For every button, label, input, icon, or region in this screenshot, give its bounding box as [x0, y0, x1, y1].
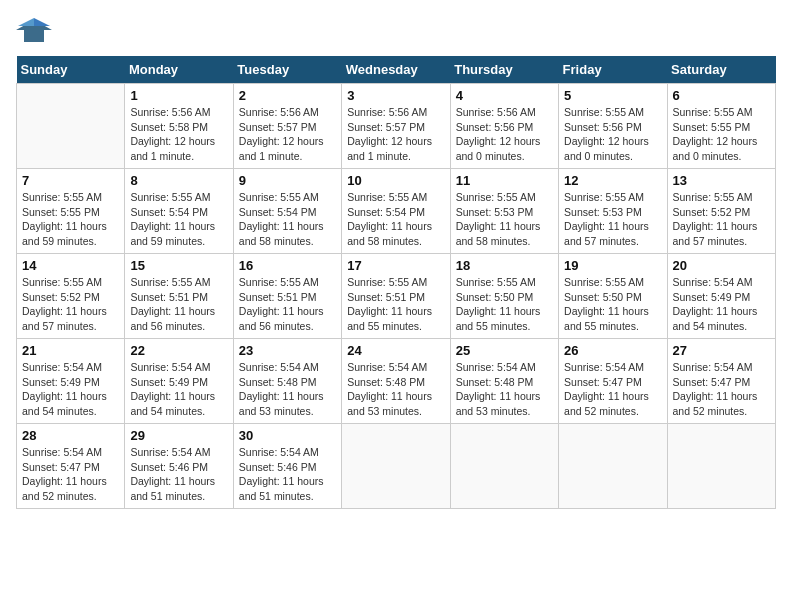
day-number: 26 [564, 343, 661, 358]
day-number: 14 [22, 258, 119, 273]
calendar-cell: 7Sunrise: 5:55 AM Sunset: 5:55 PM Daylig… [17, 169, 125, 254]
day-info: Sunrise: 5:55 AM Sunset: 5:50 PM Dayligh… [564, 275, 661, 334]
day-info: Sunrise: 5:55 AM Sunset: 5:56 PM Dayligh… [564, 105, 661, 164]
day-info: Sunrise: 5:54 AM Sunset: 5:47 PM Dayligh… [564, 360, 661, 419]
calendar-cell: 10Sunrise: 5:55 AM Sunset: 5:54 PM Dayli… [342, 169, 450, 254]
calendar-cell: 21Sunrise: 5:54 AM Sunset: 5:49 PM Dayli… [17, 339, 125, 424]
day-number: 15 [130, 258, 227, 273]
day-info: Sunrise: 5:54 AM Sunset: 5:47 PM Dayligh… [673, 360, 770, 419]
logo-icon [16, 16, 52, 46]
calendar-cell: 29Sunrise: 5:54 AM Sunset: 5:46 PM Dayli… [125, 424, 233, 509]
day-info: Sunrise: 5:55 AM Sunset: 5:51 PM Dayligh… [130, 275, 227, 334]
calendar-cell: 25Sunrise: 5:54 AM Sunset: 5:48 PM Dayli… [450, 339, 558, 424]
day-info: Sunrise: 5:55 AM Sunset: 5:52 PM Dayligh… [673, 190, 770, 249]
day-number: 11 [456, 173, 553, 188]
day-number: 9 [239, 173, 336, 188]
day-info: Sunrise: 5:55 AM Sunset: 5:52 PM Dayligh… [22, 275, 119, 334]
day-info: Sunrise: 5:55 AM Sunset: 5:55 PM Dayligh… [673, 105, 770, 164]
day-number: 20 [673, 258, 770, 273]
calendar-cell: 28Sunrise: 5:54 AM Sunset: 5:47 PM Dayli… [17, 424, 125, 509]
day-info: Sunrise: 5:55 AM Sunset: 5:50 PM Dayligh… [456, 275, 553, 334]
calendar-cell: 16Sunrise: 5:55 AM Sunset: 5:51 PM Dayli… [233, 254, 341, 339]
day-number: 1 [130, 88, 227, 103]
calendar-cell: 20Sunrise: 5:54 AM Sunset: 5:49 PM Dayli… [667, 254, 775, 339]
calendar-cell: 11Sunrise: 5:55 AM Sunset: 5:53 PM Dayli… [450, 169, 558, 254]
day-number: 12 [564, 173, 661, 188]
day-number: 16 [239, 258, 336, 273]
calendar-week-row: 28Sunrise: 5:54 AM Sunset: 5:47 PM Dayli… [17, 424, 776, 509]
weekday-header-row: SundayMondayTuesdayWednesdayThursdayFrid… [17, 56, 776, 84]
calendar-cell: 24Sunrise: 5:54 AM Sunset: 5:48 PM Dayli… [342, 339, 450, 424]
day-info: Sunrise: 5:56 AM Sunset: 5:57 PM Dayligh… [239, 105, 336, 164]
day-info: Sunrise: 5:55 AM Sunset: 5:53 PM Dayligh… [456, 190, 553, 249]
day-info: Sunrise: 5:55 AM Sunset: 5:53 PM Dayligh… [564, 190, 661, 249]
day-info: Sunrise: 5:55 AM Sunset: 5:55 PM Dayligh… [22, 190, 119, 249]
day-number: 17 [347, 258, 444, 273]
day-number: 19 [564, 258, 661, 273]
calendar-cell: 27Sunrise: 5:54 AM Sunset: 5:47 PM Dayli… [667, 339, 775, 424]
day-number: 13 [673, 173, 770, 188]
calendar-cell: 17Sunrise: 5:55 AM Sunset: 5:51 PM Dayli… [342, 254, 450, 339]
calendar-cell: 18Sunrise: 5:55 AM Sunset: 5:50 PM Dayli… [450, 254, 558, 339]
day-info: Sunrise: 5:54 AM Sunset: 5:46 PM Dayligh… [239, 445, 336, 504]
weekday-header-sunday: Sunday [17, 56, 125, 84]
weekday-header-tuesday: Tuesday [233, 56, 341, 84]
calendar-body: 1Sunrise: 5:56 AM Sunset: 5:58 PM Daylig… [17, 84, 776, 509]
calendar-cell: 3Sunrise: 5:56 AM Sunset: 5:57 PM Daylig… [342, 84, 450, 169]
day-number: 22 [130, 343, 227, 358]
weekday-header-wednesday: Wednesday [342, 56, 450, 84]
svg-marker-2 [18, 18, 34, 26]
calendar-table: SundayMondayTuesdayWednesdayThursdayFrid… [16, 56, 776, 509]
calendar-week-row: 14Sunrise: 5:55 AM Sunset: 5:52 PM Dayli… [17, 254, 776, 339]
day-number: 7 [22, 173, 119, 188]
day-number: 6 [673, 88, 770, 103]
calendar-cell: 8Sunrise: 5:55 AM Sunset: 5:54 PM Daylig… [125, 169, 233, 254]
day-number: 23 [239, 343, 336, 358]
calendar-cell: 1Sunrise: 5:56 AM Sunset: 5:58 PM Daylig… [125, 84, 233, 169]
day-number: 18 [456, 258, 553, 273]
calendar-week-row: 7Sunrise: 5:55 AM Sunset: 5:55 PM Daylig… [17, 169, 776, 254]
svg-marker-1 [34, 18, 50, 26]
day-info: Sunrise: 5:55 AM Sunset: 5:51 PM Dayligh… [347, 275, 444, 334]
calendar-cell [450, 424, 558, 509]
calendar-cell: 4Sunrise: 5:56 AM Sunset: 5:56 PM Daylig… [450, 84, 558, 169]
day-info: Sunrise: 5:56 AM Sunset: 5:56 PM Dayligh… [456, 105, 553, 164]
calendar-week-row: 21Sunrise: 5:54 AM Sunset: 5:49 PM Dayli… [17, 339, 776, 424]
day-number: 5 [564, 88, 661, 103]
day-info: Sunrise: 5:54 AM Sunset: 5:48 PM Dayligh… [347, 360, 444, 419]
weekday-header-friday: Friday [559, 56, 667, 84]
calendar-cell: 2Sunrise: 5:56 AM Sunset: 5:57 PM Daylig… [233, 84, 341, 169]
day-info: Sunrise: 5:55 AM Sunset: 5:54 PM Dayligh… [347, 190, 444, 249]
day-number: 29 [130, 428, 227, 443]
day-number: 4 [456, 88, 553, 103]
day-info: Sunrise: 5:54 AM Sunset: 5:48 PM Dayligh… [456, 360, 553, 419]
calendar-cell: 5Sunrise: 5:55 AM Sunset: 5:56 PM Daylig… [559, 84, 667, 169]
day-number: 25 [456, 343, 553, 358]
header [16, 16, 776, 46]
day-number: 21 [22, 343, 119, 358]
calendar-cell [342, 424, 450, 509]
calendar-header: SundayMondayTuesdayWednesdayThursdayFrid… [17, 56, 776, 84]
calendar-cell: 19Sunrise: 5:55 AM Sunset: 5:50 PM Dayli… [559, 254, 667, 339]
day-info: Sunrise: 5:56 AM Sunset: 5:58 PM Dayligh… [130, 105, 227, 164]
calendar-cell: 23Sunrise: 5:54 AM Sunset: 5:48 PM Dayli… [233, 339, 341, 424]
day-info: Sunrise: 5:56 AM Sunset: 5:57 PM Dayligh… [347, 105, 444, 164]
day-info: Sunrise: 5:54 AM Sunset: 5:49 PM Dayligh… [673, 275, 770, 334]
calendar-cell [559, 424, 667, 509]
calendar-cell: 6Sunrise: 5:55 AM Sunset: 5:55 PM Daylig… [667, 84, 775, 169]
day-number: 24 [347, 343, 444, 358]
calendar-cell: 12Sunrise: 5:55 AM Sunset: 5:53 PM Dayli… [559, 169, 667, 254]
calendar-cell: 26Sunrise: 5:54 AM Sunset: 5:47 PM Dayli… [559, 339, 667, 424]
calendar-cell [17, 84, 125, 169]
day-number: 30 [239, 428, 336, 443]
weekday-header-thursday: Thursday [450, 56, 558, 84]
day-number: 27 [673, 343, 770, 358]
calendar-cell: 9Sunrise: 5:55 AM Sunset: 5:54 PM Daylig… [233, 169, 341, 254]
day-info: Sunrise: 5:54 AM Sunset: 5:49 PM Dayligh… [22, 360, 119, 419]
day-number: 10 [347, 173, 444, 188]
weekday-header-saturday: Saturday [667, 56, 775, 84]
day-info: Sunrise: 5:54 AM Sunset: 5:48 PM Dayligh… [239, 360, 336, 419]
day-info: Sunrise: 5:54 AM Sunset: 5:46 PM Dayligh… [130, 445, 227, 504]
logo [16, 16, 56, 46]
calendar-week-row: 1Sunrise: 5:56 AM Sunset: 5:58 PM Daylig… [17, 84, 776, 169]
